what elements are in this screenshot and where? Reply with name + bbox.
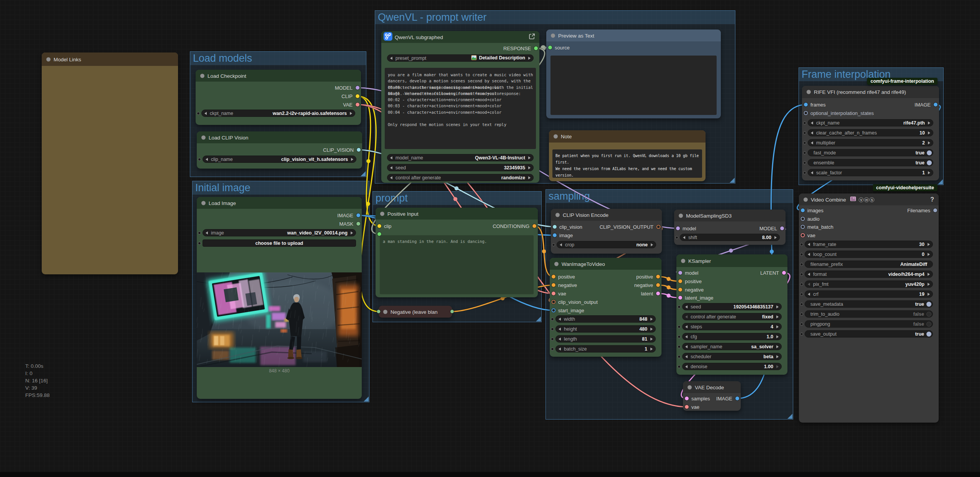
text-area[interactable]: you are a film maker that wants to creat… <box>385 68 536 149</box>
widget-input-dot[interactable] <box>551 328 554 331</box>
collapse-dot[interactable] <box>804 197 808 202</box>
input-slot-dot-vae[interactable] <box>552 292 555 295</box>
node-title-bar[interactable]: Load CLIP Vision <box>197 131 362 143</box>
widget-control after generate[interactable]: control after generaterandomize <box>387 174 534 181</box>
widget-input-dot[interactable] <box>551 338 554 341</box>
output-slot-dot-MASK[interactable] <box>356 222 360 226</box>
widget-length[interactable]: length81 <box>555 335 656 343</box>
node-vae-decode[interactable]: VAE DecodesamplesvaeIMAGE <box>683 381 741 411</box>
node-video-combine[interactable]: Video CombineVHS?imagesaudiometa_batchva… <box>799 193 939 423</box>
node-title-bar[interactable]: Negative (leave blan <box>379 306 452 318</box>
node-title-bar[interactable]: VAE Decode <box>683 381 741 393</box>
toggle-on[interactable] <box>927 150 932 155</box>
node-rife-vfi[interactable]: RIFE VFI (recommend rife47 and rife49)fr… <box>802 86 939 180</box>
widget-control after generate[interactable]: control after generatefixed <box>682 313 782 320</box>
help-icon[interactable]: ? <box>930 196 934 203</box>
collapse-dot[interactable] <box>200 74 204 78</box>
widget-decrement-arrow[interactable] <box>390 166 392 169</box>
widget-input-dot[interactable] <box>800 303 803 306</box>
widget-increment-arrow[interactable] <box>928 121 930 125</box>
widget-clip_name[interactable]: clip_nameclip_vision_vit_h.safetensors <box>203 156 356 163</box>
widget-input-dot[interactable] <box>551 348 554 351</box>
node-model-links[interactable]: Model Links <box>42 52 178 274</box>
input-slot-dot-image[interactable] <box>553 233 557 237</box>
widget-decrement-arrow[interactable] <box>808 253 810 256</box>
group-resize-handle[interactable] <box>361 171 366 176</box>
node-ksampler[interactable]: KSamplermodelpositivenegativelatent_imag… <box>676 254 787 375</box>
output-slot-dot-CLIP_VISION[interactable] <box>357 148 361 152</box>
output-slot-dot-Filenames[interactable] <box>933 208 937 212</box>
widget-width[interactable]: width848 <box>555 315 656 323</box>
node-positive-input[interactable]: Positive InputclipCONDITIONINGa man stan… <box>376 208 538 297</box>
widget-ensemble[interactable]: ensembletrue <box>808 159 933 166</box>
input-slot-dot-clip[interactable] <box>377 224 381 228</box>
output-slot-dot-LATENT[interactable] <box>782 271 786 275</box>
widget-input-dot[interactable] <box>197 112 200 115</box>
node-title-bar[interactable]: KSampler <box>676 254 787 267</box>
collapse-dot[interactable] <box>551 33 555 38</box>
widget-increment-arrow[interactable] <box>774 236 777 239</box>
widget-decrement-arrow[interactable] <box>683 236 685 239</box>
widget-decrement-arrow[interactable] <box>559 338 561 341</box>
collapse-dot[interactable] <box>46 57 51 61</box>
collapse-dot[interactable] <box>688 385 692 389</box>
node-load-checkpoint[interactable]: Load CheckpointMODELCLIPVAEckpt_namewan2… <box>196 70 361 125</box>
widget-decrement-arrow[interactable] <box>390 176 392 179</box>
group-resize-handle[interactable] <box>787 414 792 419</box>
widget-input-dot[interactable] <box>678 355 681 358</box>
widget-increment-arrow[interactable] <box>650 318 653 321</box>
widget-increment-arrow[interactable] <box>351 158 353 161</box>
widget-increment-arrow[interactable] <box>776 315 779 318</box>
widget-decrement-arrow[interactable] <box>560 243 562 246</box>
widget-input-dot[interactable] <box>800 333 803 336</box>
widget-sampler_name[interactable]: sampler_namesa_solver <box>682 343 782 350</box>
text-area[interactable]: Be patient when you first run it. QwenVL… <box>552 149 702 178</box>
collapse-dot[interactable] <box>679 213 683 218</box>
output-slot-dot-MODEL[interactable] <box>780 226 784 230</box>
node-clip-vision-encode[interactable]: CLIP Vision Encodeclip_visionimageCLIP_V… <box>551 209 662 254</box>
widget-image[interactable]: imagewan_video_I2V_00014.png <box>203 229 356 236</box>
widget-increment-arrow[interactable] <box>928 171 930 174</box>
node-title-bar[interactable]: Video CombineVHS? <box>799 193 939 205</box>
output-slot-dot-IMAGE[interactable] <box>934 103 938 107</box>
widget-decrement-arrow[interactable] <box>685 345 688 348</box>
widget-input-dot[interactable] <box>800 323 803 326</box>
widget-increment-arrow[interactable] <box>776 335 779 338</box>
node-wan-image-to-video[interactable]: WanImageToVideopositivenegativevaeclip_v… <box>550 258 662 357</box>
output-slot-dot-CONDITIONING[interactable] <box>532 224 536 228</box>
widget-preset_prompt[interactable]: preset_promptDetailed Description <box>387 54 534 62</box>
widget-input-dot[interactable] <box>552 243 555 246</box>
widget-ckpt_name[interactable]: ckpt_namewan2.2-i2v-rapid-aio.safetensor… <box>201 110 355 117</box>
widget-decrement-arrow[interactable] <box>808 273 810 276</box>
input-slot-dot-latent_image[interactable] <box>678 296 682 300</box>
node-title-bar[interactable]: Note <box>549 130 706 143</box>
widget-input-dot[interactable] <box>803 121 806 125</box>
widget-seed[interactable]: seed192054346835137 <box>682 303 782 310</box>
widget-input-dot[interactable] <box>800 273 803 276</box>
widget-input-dot[interactable] <box>800 253 803 256</box>
node-title-bar[interactable]: Model Links <box>42 52 178 66</box>
widget-crf[interactable]: crf19 <box>805 290 933 298</box>
widget-ckpt_name[interactable]: ckpt_namerife47.pth <box>808 119 933 126</box>
widget-increment-arrow[interactable] <box>528 156 531 159</box>
widget-input-dot[interactable] <box>678 365 681 368</box>
node-load-clip-vision[interactable]: Load CLIP VisionCLIP_VISIONclip_nameclip… <box>197 131 362 169</box>
widget-increment-arrow[interactable] <box>928 293 930 296</box>
widget-decrement-arrow[interactable] <box>390 57 392 60</box>
input-slot-dot-model[interactable] <box>676 226 680 230</box>
widget-input-dot[interactable] <box>678 325 681 328</box>
widget-increment-arrow[interactable] <box>928 273 930 276</box>
widget-pingpong[interactable]: pingpongfalse <box>805 320 933 328</box>
widget-denoise[interactable]: denoise1.00 <box>682 363 782 370</box>
widget-input-dot[interactable] <box>803 171 806 174</box>
widget-fast_mode[interactable]: fast_modetrue <box>808 149 933 156</box>
widget-steps[interactable]: steps4 <box>682 323 782 330</box>
toggle-on[interactable] <box>926 302 931 307</box>
widget-pix_fmt[interactable]: pix_fmtyuv420p <box>805 280 933 288</box>
widget-input-dot[interactable] <box>678 335 681 338</box>
input-slot-dot-positive[interactable] <box>678 279 682 283</box>
input-slot-dot-optional_interpolation_states[interactable] <box>804 111 808 115</box>
widget-increment-arrow[interactable] <box>776 355 779 358</box>
widget-clear_cache_after_n_frames[interactable]: clear_cache_after_n_frames10 <box>808 129 933 136</box>
text-area[interactable]: a man standing in the rain. And is danci… <box>380 235 534 294</box>
